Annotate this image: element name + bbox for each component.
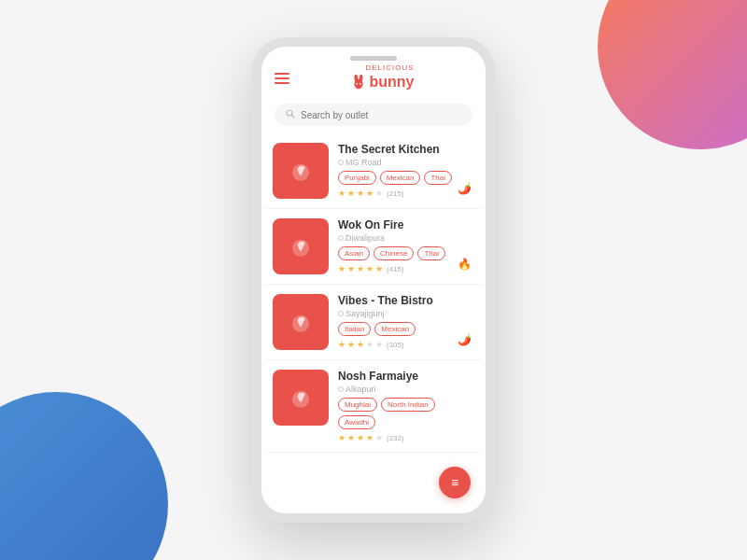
svg-point-2 — [359, 75, 362, 81]
cuisine-tag: Thai — [424, 171, 452, 185]
rating-row: ★★★★★ (415) — [338, 264, 474, 273]
location-icon — [338, 311, 344, 316]
svg-point-12 — [301, 316, 305, 321]
rating-row: ★★★★★ (232) — [338, 433, 474, 442]
food-icon — [284, 381, 317, 414]
cuisine-tag: Mughlai — [338, 398, 377, 412]
hamburger-line — [275, 73, 289, 75]
star-icon: ★ — [375, 433, 383, 442]
card-badge: 🔥 — [456, 256, 472, 273]
phone-speaker — [350, 56, 397, 61]
restaurant-name: Nosh Farmaiye — [338, 370, 474, 383]
star-icon: ★ — [366, 433, 374, 442]
cuisine-tag: Awadhi — [338, 415, 375, 429]
svg-line-6 — [292, 116, 295, 119]
bunny-svg-icon — [348, 72, 369, 92]
restaurant-thumbnail — [273, 218, 329, 274]
phone-screen: DELICIOUS bunny — [261, 47, 486, 513]
review-count: (105) — [387, 341, 404, 349]
review-count: (415) — [387, 265, 404, 273]
card-badge: 🌶️ — [456, 180, 472, 197]
star-icon: ★ — [347, 264, 355, 273]
restaurant-card[interactable]: Wok On Fire Diwalipura AsianChineseThai … — [267, 209, 480, 285]
phone-mockup: DELICIOUS bunny — [252, 37, 495, 523]
restaurant-name: Vibes - The Bistro — [338, 294, 474, 307]
brand-bunny-row: bunny — [348, 72, 415, 92]
cuisine-tag: Thai — [417, 246, 445, 260]
restaurant-name: Wok On Fire — [338, 218, 474, 231]
restaurant-info: The Secret Kitchen MG Road PunjabiMexica… — [338, 143, 474, 198]
star-icon: ★ — [338, 264, 345, 273]
fab-button[interactable]: ≡ — [439, 467, 471, 498]
location-icon — [338, 235, 344, 241]
review-count: (232) — [387, 434, 404, 442]
restaurant-location: Alkapuri — [338, 385, 474, 394]
cuisine-tag: North Indian — [381, 398, 435, 412]
restaurant-location: MG Road — [338, 158, 474, 167]
restaurant-card[interactable]: Vibes - The Bistro Sayajigunj ItalianMex… — [267, 285, 480, 360]
star-icon: ★ — [347, 340, 355, 349]
restaurant-thumbnail — [273, 294, 329, 350]
food-icon — [284, 154, 317, 188]
decorative-blob-orange — [598, 0, 747, 149]
star-icon: ★ — [366, 189, 374, 198]
rating-row: ★★★★★ (105) — [338, 340, 474, 349]
brand-logo: DELICIOUS bunny — [289, 63, 472, 92]
star-icon: ★ — [338, 340, 345, 349]
cuisine-tag: Mexican — [374, 322, 416, 336]
svg-point-14 — [301, 392, 305, 397]
food-icon — [284, 305, 317, 339]
cuisine-tag: Mexican — [380, 171, 421, 185]
app-header: DELICIOUS bunny — [261, 47, 486, 100]
svg-point-1 — [354, 75, 358, 81]
cuisine-tag: Chinese — [374, 246, 414, 260]
hamburger-menu-button[interactable] — [275, 73, 289, 84]
tags-row: PunjabiMexicanThai — [338, 171, 474, 185]
restaurant-location: Sayajigunj — [338, 309, 474, 318]
star-icon: ★ — [357, 340, 364, 349]
star-icon: ★ — [357, 433, 364, 442]
search-bar[interactable] — [275, 104, 472, 126]
restaurant-location: Diwalipura — [338, 233, 474, 243]
brand-name: bunny — [370, 74, 415, 91]
card-badge: 🌶️ — [456, 331, 472, 348]
star-icon: ★ — [366, 340, 374, 349]
location-icon — [338, 160, 344, 165]
phone-frame: DELICIOUS bunny — [252, 37, 495, 523]
hamburger-line — [275, 77, 289, 79]
svg-point-3 — [356, 83, 358, 85]
restaurant-list: The Secret Kitchen MG Road PunjabiMexica… — [261, 133, 486, 513]
restaurant-card[interactable]: Nosh Farmaiye Alkapuri MughlaiNorth Indi… — [267, 360, 480, 453]
star-icon: ★ — [338, 189, 345, 198]
tags-row: MughlaiNorth IndianAwadhi — [338, 398, 474, 429]
star-icon: ★ — [357, 189, 364, 198]
star-icon: ★ — [347, 189, 355, 198]
review-count: (215) — [387, 189, 404, 198]
svg-point-8 — [301, 165, 305, 170]
cuisine-tag: Asian — [338, 246, 370, 260]
restaurant-info: Vibes - The Bistro Sayajigunj ItalianMex… — [338, 294, 474, 349]
search-icon — [286, 109, 295, 120]
hamburger-line — [275, 82, 289, 84]
food-icon — [284, 230, 317, 263]
rating-row: ★★★★★ (215) — [338, 189, 474, 198]
star-icon: ★ — [375, 189, 383, 198]
restaurant-thumbnail — [273, 370, 329, 426]
restaurant-thumbnail — [273, 143, 329, 199]
restaurant-info: Wok On Fire Diwalipura AsianChineseThai … — [338, 218, 474, 273]
svg-point-4 — [359, 83, 360, 85]
star-icon: ★ — [338, 433, 345, 442]
decorative-blob-blue — [0, 392, 168, 560]
search-input[interactable] — [301, 110, 461, 120]
tags-row: AsianChineseThai — [338, 246, 474, 260]
restaurant-card[interactable]: The Secret Kitchen MG Road PunjabiMexica… — [267, 133, 480, 209]
star-icon: ★ — [347, 433, 355, 442]
cuisine-tag: Italian — [338, 322, 371, 336]
restaurant-info: Nosh Farmaiye Alkapuri MughlaiNorth Indi… — [338, 370, 474, 442]
cuisine-tag: Punjabi — [338, 171, 376, 185]
star-icon: ★ — [375, 340, 383, 349]
tags-row: ItalianMexican — [338, 322, 474, 336]
brand-prefix: DELICIOUS — [365, 63, 414, 72]
star-icon: ★ — [375, 264, 383, 273]
svg-point-10 — [301, 241, 305, 245]
